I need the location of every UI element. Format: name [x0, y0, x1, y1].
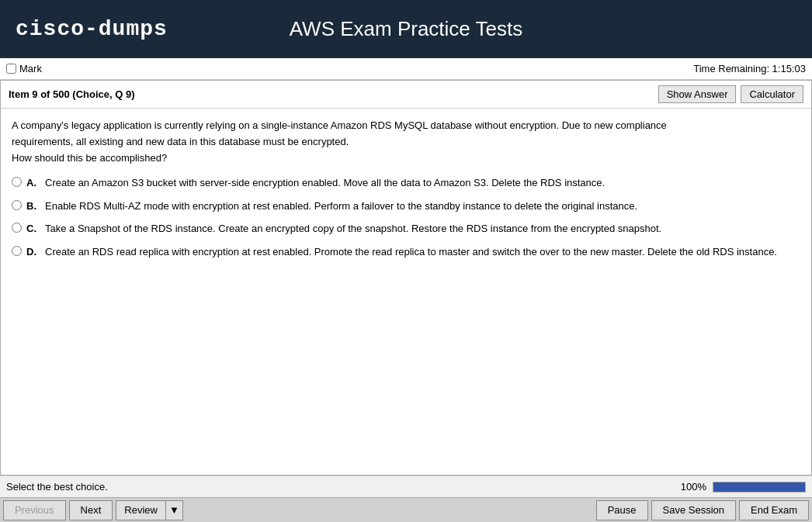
option-d-text: Create an RDS read replica with encrypti… — [45, 244, 777, 260]
option-c: C. Take a Snapshot of the RDS instance. … — [12, 221, 800, 237]
calculator-button[interactable]: Calculator — [741, 85, 803, 103]
time-remaining: Time Remaining: 1:15:03 — [693, 63, 806, 74]
option-a-letter: A. — [26, 175, 40, 191]
review-button[interactable]: Review — [116, 500, 165, 520]
review-dropdown-button[interactable]: ▼ — [165, 500, 183, 520]
save-session-button[interactable]: Save Session — [651, 500, 737, 520]
question-area: Item 9 of 500 (Choice, Q 9) Show Answer … — [0, 80, 812, 475]
header: cisco-dumps AWS Exam Practice Tests — [0, 0, 812, 58]
option-a-text: Create an Amazon S3 bucket with server-s… — [45, 175, 605, 191]
option-b-radio[interactable] — [12, 200, 22, 210]
mark-checkbox[interactable] — [6, 64, 16, 74]
question-header-btns: Show Answer Calculator — [658, 85, 803, 103]
progress-label: 100% — [681, 481, 706, 493]
question-line1: A company's legacy application is curren… — [12, 119, 667, 131]
option-c-text: Take a Snapshot of the RDS instance. Cre… — [45, 221, 661, 237]
end-exam-button[interactable]: End Exam — [739, 500, 809, 520]
option-c-radio[interactable] — [12, 223, 22, 233]
next-button[interactable]: Next — [69, 500, 113, 520]
option-d-radio[interactable] — [12, 246, 22, 256]
mark-label[interactable]: Mark — [6, 63, 42, 74]
pause-button[interactable]: Pause — [596, 500, 648, 520]
option-a-radio[interactable] — [12, 177, 22, 187]
progress-bar-fill — [713, 482, 805, 492]
question-info: Item 9 of 500 (Choice, Q 9) — [9, 88, 135, 100]
footer-nav: Previous Next Review ▼ Pause Save Sessio… — [0, 497, 812, 522]
option-d: D. Create an RDS read replica with encry… — [12, 244, 800, 260]
option-b: B. Enable RDS Multi-AZ mode with encrypt… — [12, 199, 800, 214]
footer-left: Previous Next Review ▼ — [3, 500, 183, 520]
question-content: A company's legacy application is curren… — [1, 109, 811, 276]
question-line2: requirements, all existing and new data … — [12, 136, 349, 147]
status-instruction: Select the best choice. — [6, 481, 108, 493]
question-text: A company's legacy application is curren… — [12, 118, 800, 166]
option-a: A. Create an Amazon S3 bucket with serve… — [12, 175, 800, 191]
progress-bar-bg — [713, 482, 806, 493]
option-b-letter: B. — [26, 199, 40, 214]
mark-bar: Mark Time Remaining: 1:15:03 — [0, 58, 812, 80]
footer-right: Pause Save Session End Exam — [596, 500, 809, 520]
review-btn-wrapper: Review ▼ — [116, 500, 183, 520]
question-header: Item 9 of 500 (Choice, Q 9) Show Answer … — [1, 81, 811, 109]
options-list: A. Create an Amazon S3 bucket with serve… — [12, 175, 800, 259]
option-b-text: Enable RDS Multi-AZ mode with encryption… — [45, 199, 637, 214]
show-answer-button[interactable]: Show Answer — [658, 85, 737, 103]
header-title: AWS Exam Practice Tests — [290, 17, 523, 41]
status-bar: Select the best choice. 100% — [0, 475, 812, 497]
option-c-letter: C. — [26, 221, 40, 237]
question-line3: How should this be accomplished? — [12, 152, 167, 164]
logo: cisco-dumps — [16, 17, 168, 41]
option-d-letter: D. — [26, 244, 40, 260]
mark-text: Mark — [19, 63, 42, 74]
progress-area: 100% — [681, 481, 806, 493]
previous-button[interactable]: Previous — [3, 500, 66, 520]
